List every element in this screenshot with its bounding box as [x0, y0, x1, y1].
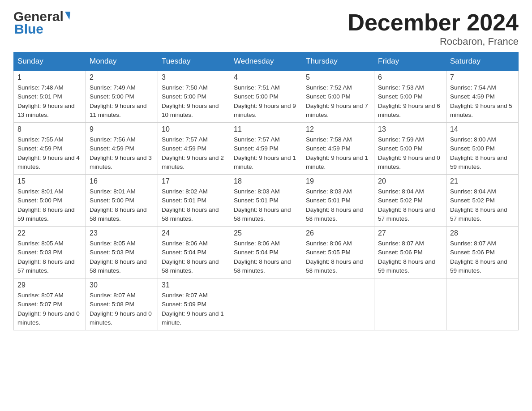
day-info: Sunrise: 7:55 AMSunset: 4:59 PMDaylight:…	[17, 136, 80, 170]
calendar-cell: 11 Sunrise: 7:57 AMSunset: 4:59 PMDaylig…	[230, 123, 302, 175]
day-number: 20	[378, 177, 442, 185]
day-info: Sunrise: 8:07 AMSunset: 5:09 PMDaylight:…	[162, 292, 224, 326]
day-number: 5	[306, 73, 370, 81]
calendar-cell: 12 Sunrise: 7:58 AMSunset: 4:59 PMDaylig…	[302, 123, 374, 175]
calendar-cell: 19 Sunrise: 8:03 AMSunset: 5:01 PMDaylig…	[302, 175, 374, 227]
column-header-friday: Friday	[374, 52, 446, 71]
calendar-cell: 25 Sunrise: 8:06 AMSunset: 5:04 PMDaylig…	[230, 227, 302, 278]
calendar-cell: 2 Sunrise: 7:49 AMSunset: 5:00 PMDayligh…	[86, 71, 158, 123]
calendar-table: SundayMondayTuesdayWednesdayThursdayFrid…	[13, 52, 519, 330]
day-info: Sunrise: 7:57 AMSunset: 4:59 PMDaylight:…	[162, 136, 224, 170]
calendar-cell: 10 Sunrise: 7:57 AMSunset: 4:59 PMDaylig…	[158, 123, 230, 175]
calendar-cell: 26 Sunrise: 8:06 AMSunset: 5:05 PMDaylig…	[302, 227, 374, 278]
logo: General Blue	[13, 9, 70, 37]
calendar-cell: 28 Sunrise: 8:07 AMSunset: 5:06 PMDaylig…	[446, 227, 519, 278]
title-area: December 2024 Rocbaron, France	[348, 9, 519, 47]
day-info: Sunrise: 8:07 AMSunset: 5:08 PMDaylight:…	[90, 292, 152, 326]
day-info: Sunrise: 7:49 AMSunset: 5:00 PMDaylight:…	[90, 84, 147, 118]
week-row-4: 22 Sunrise: 8:05 AMSunset: 5:03 PMDaylig…	[14, 227, 519, 278]
day-number: 18	[234, 177, 298, 185]
day-number: 30	[90, 281, 154, 289]
calendar-cell: 17 Sunrise: 8:02 AMSunset: 5:01 PMDaylig…	[158, 175, 230, 227]
week-row-3: 15 Sunrise: 8:01 AMSunset: 5:00 PMDaylig…	[14, 175, 519, 227]
calendar-cell	[446, 278, 519, 330]
day-info: Sunrise: 8:03 AMSunset: 5:01 PMDaylight:…	[306, 188, 363, 222]
week-row-1: 1 Sunrise: 7:48 AMSunset: 5:01 PMDayligh…	[14, 71, 519, 123]
calendar-cell: 4 Sunrise: 7:51 AMSunset: 5:00 PMDayligh…	[230, 71, 302, 123]
day-info: Sunrise: 8:06 AMSunset: 5:04 PMDaylight:…	[162, 240, 219, 274]
day-number: 1	[17, 73, 82, 81]
day-info: Sunrise: 8:01 AMSunset: 5:00 PMDaylight:…	[90, 188, 147, 222]
day-number: 25	[234, 229, 298, 237]
day-info: Sunrise: 7:48 AMSunset: 5:01 PMDaylight:…	[17, 84, 75, 118]
page-header: General Blue December 2024 Rocbaron, Fra…	[13, 9, 519, 47]
location: Rocbaron, France	[348, 36, 519, 47]
day-number: 19	[306, 177, 370, 185]
calendar-cell: 13 Sunrise: 7:59 AMSunset: 5:00 PMDaylig…	[374, 123, 446, 175]
day-number: 12	[306, 125, 370, 133]
calendar-cell: 30 Sunrise: 8:07 AMSunset: 5:08 PMDaylig…	[86, 278, 158, 330]
day-info: Sunrise: 7:56 AMSunset: 4:59 PMDaylight:…	[90, 136, 152, 170]
day-info: Sunrise: 8:05 AMSunset: 5:03 PMDaylight:…	[90, 240, 147, 274]
day-info: Sunrise: 7:57 AMSunset: 4:59 PMDaylight:…	[234, 136, 296, 170]
calendar-cell: 20 Sunrise: 8:04 AMSunset: 5:02 PMDaylig…	[374, 175, 446, 227]
day-info: Sunrise: 7:50 AMSunset: 5:00 PMDaylight:…	[162, 84, 219, 118]
calendar-cell	[230, 278, 302, 330]
day-number: 26	[306, 229, 370, 237]
day-number: 29	[17, 281, 82, 289]
calendar-cell: 9 Sunrise: 7:56 AMSunset: 4:59 PMDayligh…	[86, 123, 158, 175]
calendar-cell: 15 Sunrise: 8:01 AMSunset: 5:00 PMDaylig…	[14, 175, 86, 227]
day-number: 28	[450, 229, 515, 237]
calendar-cell	[302, 278, 374, 330]
calendar-cell: 7 Sunrise: 7:54 AMSunset: 4:59 PMDayligh…	[446, 71, 519, 123]
calendar-cell: 23 Sunrise: 8:05 AMSunset: 5:03 PMDaylig…	[86, 227, 158, 278]
calendar-cell: 6 Sunrise: 7:53 AMSunset: 5:00 PMDayligh…	[374, 71, 446, 123]
calendar-cell: 5 Sunrise: 7:52 AMSunset: 5:00 PMDayligh…	[302, 71, 374, 123]
day-info: Sunrise: 7:54 AMSunset: 4:59 PMDaylight:…	[450, 84, 512, 118]
header-row: SundayMondayTuesdayWednesdayThursdayFrid…	[14, 52, 519, 71]
day-number: 16	[90, 177, 154, 185]
logo-triangle-icon	[65, 12, 70, 20]
day-number: 13	[378, 125, 442, 133]
day-info: Sunrise: 8:04 AMSunset: 5:02 PMDaylight:…	[450, 188, 507, 222]
day-info: Sunrise: 8:07 AMSunset: 5:06 PMDaylight:…	[450, 240, 507, 274]
day-info: Sunrise: 8:06 AMSunset: 5:05 PMDaylight:…	[306, 240, 363, 274]
day-number: 11	[234, 125, 298, 133]
day-number: 22	[17, 229, 82, 237]
day-number: 31	[162, 281, 226, 289]
calendar-cell: 14 Sunrise: 8:00 AMSunset: 5:00 PMDaylig…	[446, 123, 519, 175]
day-number: 3	[162, 73, 226, 81]
day-info: Sunrise: 7:59 AMSunset: 5:00 PMDaylight:…	[378, 136, 440, 170]
calendar-cell: 1 Sunrise: 7:48 AMSunset: 5:01 PMDayligh…	[14, 71, 86, 123]
logo-blue: Blue	[14, 21, 43, 37]
day-number: 7	[450, 73, 515, 81]
day-number: 8	[17, 125, 82, 133]
day-number: 6	[378, 73, 442, 81]
day-info: Sunrise: 7:58 AMSunset: 4:59 PMDaylight:…	[306, 136, 368, 170]
day-info: Sunrise: 7:52 AMSunset: 5:00 PMDaylight:…	[306, 84, 368, 118]
calendar-cell	[374, 278, 446, 330]
calendar-cell: 21 Sunrise: 8:04 AMSunset: 5:02 PMDaylig…	[446, 175, 519, 227]
calendar-cell: 31 Sunrise: 8:07 AMSunset: 5:09 PMDaylig…	[158, 278, 230, 330]
day-info: Sunrise: 8:07 AMSunset: 5:07 PMDaylight:…	[17, 292, 80, 326]
calendar-cell: 18 Sunrise: 8:03 AMSunset: 5:01 PMDaylig…	[230, 175, 302, 227]
column-header-thursday: Thursday	[302, 52, 374, 71]
day-info: Sunrise: 8:07 AMSunset: 5:06 PMDaylight:…	[378, 240, 435, 274]
day-info: Sunrise: 8:05 AMSunset: 5:03 PMDaylight:…	[17, 240, 75, 274]
day-info: Sunrise: 7:53 AMSunset: 5:00 PMDaylight:…	[378, 84, 440, 118]
day-info: Sunrise: 8:01 AMSunset: 5:00 PMDaylight:…	[17, 188, 75, 222]
day-number: 23	[90, 229, 154, 237]
calendar-cell: 8 Sunrise: 7:55 AMSunset: 4:59 PMDayligh…	[14, 123, 86, 175]
column-header-wednesday: Wednesday	[230, 52, 302, 71]
day-number: 4	[234, 73, 298, 81]
day-number: 15	[17, 177, 82, 185]
day-number: 17	[162, 177, 226, 185]
month-title: December 2024	[348, 9, 519, 36]
week-row-5: 29 Sunrise: 8:07 AMSunset: 5:07 PMDaylig…	[14, 278, 519, 330]
day-number: 21	[450, 177, 515, 185]
day-info: Sunrise: 7:51 AMSunset: 5:00 PMDaylight:…	[234, 84, 296, 118]
week-row-2: 8 Sunrise: 7:55 AMSunset: 4:59 PMDayligh…	[14, 123, 519, 175]
day-number: 24	[162, 229, 226, 237]
calendar-cell: 27 Sunrise: 8:07 AMSunset: 5:06 PMDaylig…	[374, 227, 446, 278]
day-info: Sunrise: 8:00 AMSunset: 5:00 PMDaylight:…	[450, 136, 507, 170]
